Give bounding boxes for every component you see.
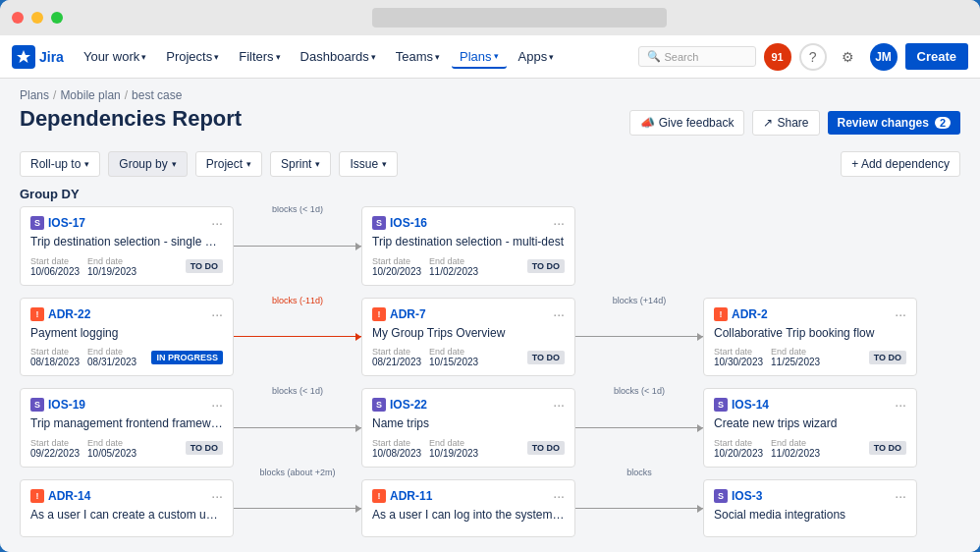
app-window: Jira Your work ▾ Projects ▾ Filters ▾ Da… <box>0 0 980 552</box>
arrow-line-3a <box>234 427 361 428</box>
chevron-icon: ▾ <box>276 52 281 62</box>
more-menu-button[interactable]: ··· <box>553 488 565 504</box>
connector-3b: blocks (< 1d) <box>575 403 703 452</box>
give-feedback-button[interactable]: 📣 Give feedback <box>629 110 745 136</box>
connector-2b: blocks (+14d) <box>575 312 703 361</box>
card-title: Trip management frontend framework <box>30 416 223 432</box>
conn-label-2a: blocks (-11d) <box>269 295 326 306</box>
card-ios22: S IOS-22 ··· Name trips Start date 10/08… <box>361 388 575 468</box>
more-menu-button[interactable]: ··· <box>895 306 906 322</box>
arrow-line-4b <box>575 508 703 509</box>
status-badge: TO DO <box>527 259 565 273</box>
chevron-icon: ▾ <box>371 52 376 62</box>
search-box[interactable]: 🔍 Search <box>638 46 756 67</box>
maximize-button[interactable] <box>51 12 63 24</box>
nav-your-work[interactable]: Your work ▾ <box>76 45 154 68</box>
more-menu-button[interactable]: ··· <box>211 306 223 322</box>
review-count-badge: 2 <box>935 117 951 129</box>
more-menu-button[interactable]: ··· <box>553 215 565 231</box>
settings-button[interactable]: ⚙ <box>835 43 862 71</box>
navbar: Jira Your work ▾ Projects ▾ Filters ▾ Da… <box>0 35 980 79</box>
close-button[interactable] <box>12 12 24 24</box>
arrow-line-1 <box>234 246 361 247</box>
add-dependency-button[interactable]: + Add dependency <box>841 151 960 177</box>
card-ios3: S IOS-3 ··· Social media integrations <box>703 479 917 538</box>
chevron-icon: ▾ <box>141 52 146 62</box>
status-badge: IN PROGRESS <box>151 351 223 364</box>
card-title: Create new trips wizard <box>714 416 906 432</box>
content-area: Plans / Mobile plan / best case Dependen… <box>0 79 980 552</box>
card-adr11: ! ADR-11 ··· As a user I can log into th… <box>361 479 575 538</box>
card-title: Trip destination selection - single dest… <box>30 235 223 250</box>
nav-teams[interactable]: Teams ▾ <box>388 45 448 68</box>
breadcrumb-mobile-plan[interactable]: Mobile plan <box>60 88 120 102</box>
sprint-button[interactable]: Sprint ▾ <box>270 151 331 177</box>
more-menu-button[interactable]: ··· <box>895 397 906 413</box>
status-badge: TO DO <box>186 441 223 455</box>
ios-icon: S <box>372 216 386 230</box>
help-button[interactable]: ? <box>799 43 827 71</box>
connector-4a: blocks (about +2m) <box>234 484 361 533</box>
chevron-icon: ▾ <box>214 52 219 62</box>
nav-filters[interactable]: Filters ▾ <box>231 45 288 68</box>
ios-icon: S <box>714 489 728 503</box>
status-badge: TO DO <box>869 441 906 455</box>
arrow-line-4a <box>234 508 361 509</box>
card-title: Name trips <box>372 416 565 432</box>
card-adr14: ! ADR-14 ··· As a user I can create a cu… <box>20 479 234 538</box>
ios-icon: S <box>372 398 386 412</box>
issue-button[interactable]: Issue ▾ <box>339 151 398 177</box>
toolbar: Roll-up to ▾ Group by ▾ Project ▾ Sprint… <box>0 147 980 185</box>
breadcrumb-plans[interactable]: Plans <box>20 88 49 102</box>
page-title: Dependencies Report <box>20 106 242 132</box>
titlebar-search <box>372 8 667 28</box>
adr-icon: ! <box>372 489 386 503</box>
dep-row-1: S IOS-17 ··· Trip destination selection … <box>20 206 960 286</box>
user-avatar[interactable]: JM <box>870 43 898 71</box>
card-title: As a user I can create a custom user acc… <box>30 508 223 524</box>
project-button[interactable]: Project ▾ <box>195 151 262 177</box>
breadcrumb-best-case[interactable]: best case <box>132 88 182 102</box>
create-button[interactable]: Create <box>905 43 968 70</box>
status-badge: TO DO <box>527 351 565 364</box>
nav-dashboards[interactable]: Dashboards ▾ <box>293 45 384 68</box>
arrow-line-3b <box>575 427 703 428</box>
notifications-button[interactable]: 91 <box>764 43 791 71</box>
more-menu-button[interactable]: ··· <box>211 215 223 231</box>
feedback-icon: 📣 <box>640 116 655 130</box>
dep-row-4: ! ADR-14 ··· As a user I can create a cu… <box>20 479 960 538</box>
breadcrumb: Plans / Mobile plan / best case <box>20 88 960 102</box>
card-adr7: ! ADR-7 ··· My Group Trips Overview Star… <box>361 298 575 377</box>
share-icon: ↗ <box>763 116 773 130</box>
share-button[interactable]: ↗ Share <box>752 110 819 136</box>
card-title: Trip destination selection - multi-dest <box>372 235 565 250</box>
rollup-button[interactable]: Roll-up to ▾ <box>20 151 100 177</box>
card-ios17: S IOS-17 ··· Trip destination selection … <box>20 206 234 286</box>
nav-projects[interactable]: Projects ▾ <box>158 45 227 68</box>
card-adr22: ! ADR-22 ··· Payment logging Start date … <box>20 298 234 377</box>
card-title: My Group Trips Overview <box>372 326 565 342</box>
action-bar: Dependencies Report 📣 Give feedback ↗ Sh… <box>20 106 960 139</box>
status-badge: TO DO <box>527 441 565 455</box>
more-menu-button[interactable]: ··· <box>895 488 906 504</box>
main-scroll[interactable]: S IOS-17 ··· Trip destination selection … <box>0 206 980 552</box>
group-by-button[interactable]: Group by ▾ <box>108 151 187 177</box>
card-title: Payment logging <box>30 326 223 342</box>
review-changes-button[interactable]: Review changes 2 <box>828 111 961 135</box>
nav-apps[interactable]: Apps ▾ <box>511 45 563 68</box>
conn-label-3b: blocks (< 1d) <box>611 385 668 397</box>
connector-2a: blocks (-11d) <box>234 312 361 361</box>
nav-plans[interactable]: Plans ▾ <box>452 45 507 69</box>
status-badge: TO DO <box>869 351 906 364</box>
jira-logo-icon <box>12 45 35 69</box>
sub-header: Plans / Mobile plan / best case Dependen… <box>0 79 980 147</box>
arrow-line-2a <box>234 336 361 337</box>
more-menu-button[interactable]: ··· <box>553 306 565 322</box>
more-menu-button[interactable]: ··· <box>211 397 223 413</box>
more-menu-button[interactable]: ··· <box>211 488 223 504</box>
conn-label-4b: blocks <box>624 467 655 478</box>
dep-row-3: S IOS-19 ··· Trip management frontend fr… <box>20 388 960 468</box>
more-menu-button[interactable]: ··· <box>553 397 565 413</box>
jira-logo[interactable]: Jira <box>12 45 64 69</box>
minimize-button[interactable] <box>31 12 43 24</box>
